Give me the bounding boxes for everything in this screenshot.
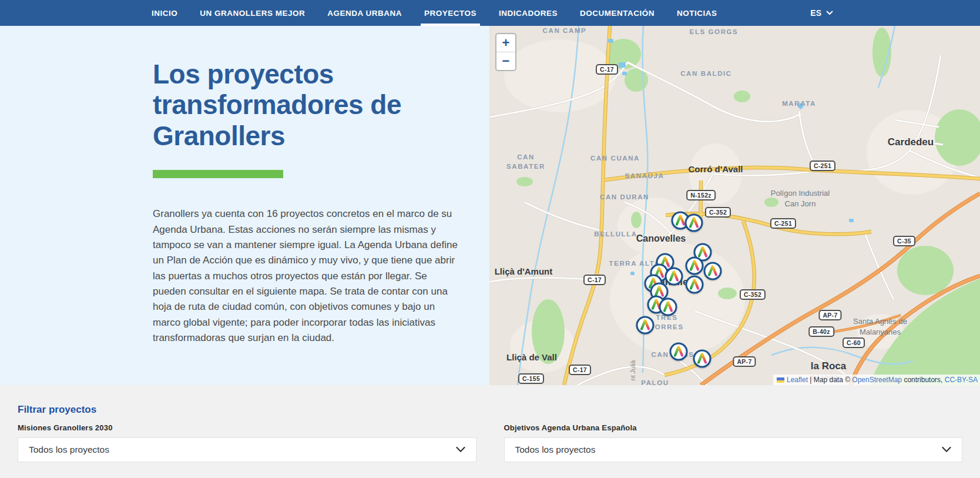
map-area-label: CAN CUANA: [590, 154, 640, 163]
objetivos-select-value: Todos los proyectos: [515, 444, 596, 455]
map-area-label: ELS GORGS: [690, 28, 739, 37]
map-town-label: Cardedeu: [888, 136, 934, 148]
road-badge: C-352: [740, 289, 766, 300]
map-town-label: Lliçà d'Amunt: [495, 266, 553, 276]
ukraine-flag-icon: [777, 377, 784, 383]
chevron-down-icon: [456, 447, 465, 453]
main-nav: INICIO UN GRANOLLERS MEJOR AGENDA URBANA…: [0, 0, 980, 26]
map-locality-label: nt Julià: [629, 360, 637, 381]
language-switcher[interactable]: ES: [810, 0, 833, 26]
hero-description: Granollers ya cuenta con 16 proyectos co…: [153, 206, 463, 346]
project-marker[interactable]: [636, 316, 655, 335]
attribution-text: | Map data ©: [808, 376, 852, 384]
map-town-label: Lliçà de Vall: [506, 352, 557, 362]
objetivos-select[interactable]: Todos los proyectos: [504, 437, 963, 462]
road-badge: N-152z: [686, 190, 716, 200]
road-badge: C-17: [583, 275, 606, 285]
map-town-label: Corró d'Avall: [688, 164, 743, 174]
project-marker[interactable]: [685, 275, 704, 294]
project-marker[interactable]: [703, 262, 722, 280]
chevron-down-icon: [826, 11, 833, 15]
project-marker[interactable]: [685, 256, 704, 275]
projects-map[interactable]: CAN CAMPELS GORGSCAN BALDICMARATACAN SAB…: [489, 26, 980, 385]
map-area-label: CAN BALDIC: [680, 69, 732, 79]
page-title: Los proyectos transformadores de Granoll…: [153, 59, 466, 151]
map-locality-label: Polígon Industrial Can Jorn: [771, 188, 830, 209]
map-town-label: Canovelles: [636, 233, 686, 244]
zoom-in-button[interactable]: +: [496, 34, 515, 52]
language-label: ES: [810, 8, 821, 18]
misiones-select[interactable]: Todos los proyectos: [18, 437, 476, 462]
filter-group-misiones: Misiones Granollers 2030 Todos los proye…: [18, 423, 476, 462]
nav-item-agenda-urbana[interactable]: AGENDA URBANA: [324, 0, 405, 26]
project-marker[interactable]: [659, 298, 677, 316]
map-area-label: BELLULLA: [594, 230, 637, 239]
misiones-select-value: Todos los proyectos: [29, 444, 109, 455]
hero-panel: Los proyectos transformadores de Granoll…: [0, 26, 489, 385]
filters-section: Filtrar proyectos Misiones Granollers 20…: [0, 385, 980, 478]
leaflet-link[interactable]: Leaflet: [787, 376, 808, 384]
map-zoom-control: + −: [495, 33, 516, 71]
content-row: Los proyectos transformadores de Granoll…: [0, 26, 980, 385]
nav-item-documentacion[interactable]: DOCUMENTACIÓN: [576, 0, 658, 26]
road-badge: C-17: [569, 365, 591, 375]
road-badge: C-60: [843, 337, 865, 348]
map-area-label: PALOU: [641, 379, 669, 385]
road-badge: C-17: [596, 64, 618, 75]
openstreetmap-link[interactable]: OpenStreetMap: [852, 376, 902, 384]
filters-heading: Filtrar proyectos: [18, 404, 962, 416]
map-area-label: MARATA: [782, 99, 816, 109]
road-badge: B-40z: [808, 326, 834, 337]
project-marker[interactable]: [669, 342, 688, 361]
project-marker[interactable]: [684, 213, 703, 232]
map-town-label: la Roca: [811, 360, 846, 372]
chevron-down-icon: [942, 447, 951, 453]
filter-label-misiones: Misiones Granollers 2030: [18, 423, 476, 432]
filter-group-objetivos: Objetivos Agenda Urbana Española Todos l…: [504, 423, 963, 462]
nav-item-proyectos[interactable]: PROYECTOS: [421, 0, 480, 26]
nav-item-un-granollers-mejor[interactable]: UN GRANOLLERS MEJOR: [196, 0, 308, 26]
nav-item-noticias[interactable]: NOTICIAS: [673, 0, 721, 26]
map-area-label: CAN SABATER: [506, 153, 545, 171]
road-badge: C-35: [893, 236, 915, 246]
zoom-out-button[interactable]: −: [496, 52, 515, 70]
attribution-suffix: contributors,: [902, 376, 945, 384]
project-marker[interactable]: [693, 349, 711, 368]
road-badge: C-251: [770, 218, 796, 229]
map-area-label: TRES TORRES: [650, 313, 683, 332]
road-badge: C-352: [705, 207, 731, 218]
filter-label-objetivos: Objetivos Agenda Urbana Española: [504, 423, 963, 432]
map-area-label: CAN DURAN: [600, 193, 649, 202]
green-accent-bar: [153, 170, 283, 178]
filters-columns: Misiones Granollers 2030 Todos los proye…: [18, 423, 962, 462]
page: INICIO UN GRANOLLERS MEJOR AGENDA URBANA…: [0, 0, 980, 478]
map-locality-label: Santa Agnès de Malanyanes: [853, 316, 907, 337]
road-badge: C-155: [518, 373, 544, 384]
map-attribution: Leaflet | Map data © OpenStreetMap contr…: [773, 375, 980, 385]
road-badge: AP-7: [818, 310, 841, 320]
road-badge: AP-7: [733, 356, 756, 367]
map-area-label: SANAÜJA: [625, 172, 664, 181]
nav-item-inicio[interactable]: INICIO: [148, 0, 181, 26]
license-link[interactable]: CC-BY-SA: [945, 376, 978, 384]
road-badge: C-251: [810, 161, 835, 171]
map-area-label: CAN CAMP: [543, 26, 587, 36]
nav-item-indicadores[interactable]: INDICADORES: [495, 0, 561, 26]
